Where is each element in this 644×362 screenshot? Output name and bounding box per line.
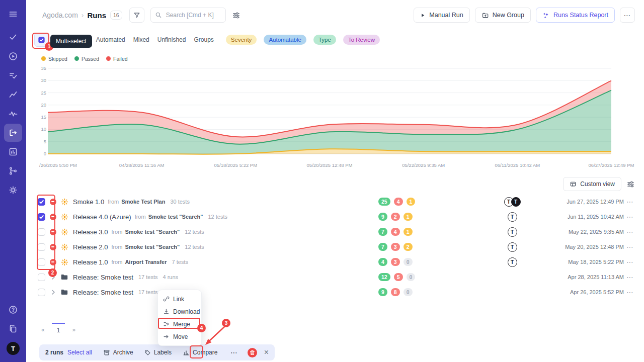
chip-to-review[interactable]: To Review	[343, 35, 380, 45]
legend-item-passed: Passed	[74, 56, 99, 62]
count-badge-yellow: 2	[404, 243, 413, 251]
reports-chart-icon[interactable]	[4, 143, 22, 161]
view-settings-icon[interactable]	[626, 180, 635, 189]
tab-mixed[interactable]: Mixed	[133, 36, 149, 43]
docs-copy-icon[interactable]	[4, 320, 22, 338]
bulk-more-button[interactable]: ⋯	[227, 348, 240, 356]
row-more-button[interactable]: ⋯	[626, 288, 634, 296]
branches-icon[interactable]	[4, 162, 22, 180]
custom-view-button[interactable]: Custom view	[563, 177, 621, 191]
group-row[interactable]: Release: Smoke test17 tests7 runs980Apr …	[34, 285, 635, 300]
row-more-button[interactable]: ⋯	[626, 258, 634, 266]
row-checkbox[interactable]	[38, 243, 45, 251]
menu-item-link[interactable]: Link	[158, 293, 201, 305]
close-icon[interactable]: ×	[264, 348, 269, 356]
row-checkbox[interactable]	[38, 258, 45, 266]
gear-icon[interactable]	[4, 181, 22, 199]
failed-status-icon	[50, 244, 56, 250]
play-icon	[420, 13, 426, 18]
group-tests-count: 17 tests	[138, 289, 158, 295]
run-date: Apr 28, 2025 11:13 AM	[568, 274, 624, 280]
tab-automated[interactable]: Automated	[96, 36, 125, 43]
chip-automatable[interactable]: Automatable	[264, 35, 306, 45]
runs-status-report-button[interactable]: Runs Status Report	[536, 8, 615, 23]
row-checkbox[interactable]	[38, 289, 45, 296]
tab-groups[interactable]: Groups	[194, 36, 213, 43]
run-title[interactable]: Smoke 1.0	[73, 198, 104, 206]
search-box[interactable]	[150, 8, 226, 23]
avatar: T	[508, 257, 517, 267]
run-row[interactable]: Release 1.0fromAirport Transfer7 tests43…	[34, 254, 635, 269]
run-from-label: from	[111, 244, 122, 250]
chip-type[interactable]: Type	[313, 35, 336, 45]
result-badges: 732	[378, 243, 413, 251]
manual-run-button[interactable]: Manual Run	[414, 8, 469, 23]
breadcrumb-project[interactable]: Agoda.com	[42, 11, 78, 19]
run-title[interactable]: Release 4.0 (Azure)	[73, 213, 131, 221]
expand-chevron-icon[interactable]	[50, 289, 56, 295]
row-checkbox[interactable]	[38, 213, 45, 221]
row-checkbox[interactable]	[38, 228, 45, 236]
select-all-link[interactable]: Select all	[67, 349, 92, 356]
svg-text:15: 15	[41, 114, 46, 120]
bulk-action-bar: 2 runs Select all Archive Labels Compare…	[39, 344, 275, 360]
header-more-button[interactable]: ⋯	[620, 8, 635, 23]
menu-item-merge[interactable]: Merge	[158, 318, 201, 330]
pagination: « 1 »	[41, 323, 635, 338]
tab-unfinished[interactable]: Unfinished	[157, 36, 186, 43]
multi-select-tooltip: Multi-select	[50, 35, 92, 48]
group-title[interactable]: Release: Smoke test	[73, 274, 133, 281]
row-more-button[interactable]: ⋯	[626, 213, 634, 221]
row-more-button[interactable]: ⋯	[626, 243, 634, 251]
results-list-icon[interactable]	[4, 66, 22, 84]
legend-dot	[106, 56, 111, 61]
run-row[interactable]: Release 2.0fromSmoke test "Search"12 tes…	[34, 239, 635, 254]
row-more-button[interactable]: ⋯	[626, 228, 634, 236]
menu-item-move[interactable]: Move	[158, 330, 201, 343]
failed-status-icon	[50, 229, 56, 235]
archive-button[interactable]: Archive	[103, 349, 133, 356]
run-title[interactable]: Release 1.0	[73, 258, 108, 266]
filter-button[interactable]	[129, 8, 144, 23]
adjustments-icon[interactable]	[232, 11, 240, 20]
count-badge-red: 4	[394, 198, 403, 206]
labels-button[interactable]: Labels	[144, 349, 172, 356]
menu-item-download[interactable]: Download	[158, 305, 201, 318]
run-row[interactable]: Release 3.0fromSmoke test "Search"12 tes…	[34, 224, 635, 239]
play-circle-icon[interactable]	[4, 47, 22, 65]
analytics-trend-icon[interactable]	[4, 85, 22, 104]
avatar: T	[508, 212, 517, 222]
tests-check-icon[interactable]	[4, 28, 22, 46]
search-input[interactable]	[165, 11, 221, 19]
row-more-button[interactable]: ⋯	[626, 198, 634, 206]
svg-text:20: 20	[41, 102, 46, 108]
run-row[interactable]: Release 4.0 (Azure)fromSmoke test "Searc…	[34, 209, 635, 224]
run-row[interactable]: Smoke 1.0fromSmoke Test Plan30 tests2541…	[34, 194, 635, 209]
group-title[interactable]: Release: Smoke test	[73, 289, 133, 296]
svg-text:05/20/2025 12:48 PM: 05/20/2025 12:48 PM	[307, 162, 353, 168]
run-type-icon	[61, 258, 68, 266]
menu-icon[interactable]	[4, 5, 22, 23]
download-icon	[163, 308, 170, 315]
run-title[interactable]: Release 3.0	[73, 228, 108, 236]
row-more-button[interactable]: ⋯	[626, 273, 634, 281]
import-icon[interactable]	[4, 124, 22, 142]
breadcrumb: Agoda.com › Runs 16	[42, 11, 122, 20]
page-prev[interactable]: «	[41, 323, 45, 333]
chip-severity[interactable]: Severity	[226, 35, 257, 45]
compare-button[interactable]: Compare	[183, 349, 217, 356]
row-checkbox[interactable]	[38, 198, 45, 206]
page-current[interactable]: 1	[52, 323, 65, 334]
assignee-avatars: T	[500, 212, 525, 222]
page-next[interactable]: »	[72, 323, 75, 333]
run-title[interactable]: Release 2.0	[73, 243, 108, 251]
assignee-avatars: T	[500, 257, 525, 267]
group-row[interactable]: Release: Smoke test17 tests4 runs1250Apr…	[34, 269, 635, 285]
row-checkbox[interactable]	[38, 274, 45, 281]
user-avatar[interactable]: T	[7, 342, 20, 355]
run-type-icon	[61, 198, 68, 206]
pulse-icon[interactable]	[4, 105, 22, 123]
new-group-button[interactable]: New Group	[475, 8, 531, 23]
svg-text:25: 25	[41, 90, 46, 96]
help-icon[interactable]	[4, 301, 22, 319]
